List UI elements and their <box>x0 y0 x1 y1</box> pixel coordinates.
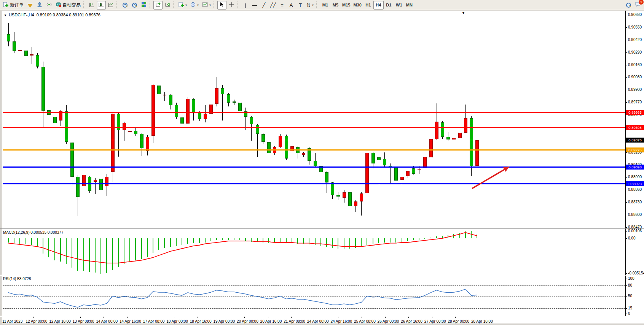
fibonacci-icon: ≡ <box>281 3 284 8</box>
profile-button[interactable] <box>35 1 44 10</box>
macd-histogram-bar <box>367 238 367 245</box>
horizontal-line-button[interactable]: — <box>250 1 259 10</box>
candlestick-chart-button[interactable] <box>97 1 106 10</box>
macd-histogram-bar <box>60 238 61 262</box>
candle-wick <box>164 92 165 101</box>
candle-body <box>123 123 126 130</box>
macd-axis-tick <box>625 238 627 239</box>
candlestick-chart-icon <box>99 2 104 8</box>
periods-button[interactable]: ▾ <box>189 1 200 10</box>
time-tick <box>104 317 104 318</box>
price-tick <box>625 27 627 28</box>
crosshair-button[interactable] <box>227 1 236 10</box>
macd-histogram-bar <box>274 238 275 243</box>
timeframe-h4-button[interactable]: H4 <box>373 1 384 10</box>
resistance-2-line[interactable] <box>3 127 625 128</box>
candle-body <box>65 111 68 142</box>
panel-divider-3[interactable] <box>0 316 644 317</box>
new-order-button[interactable]: 新订单 <box>2 1 25 10</box>
chevron-down-icon: ▾ <box>312 3 314 7</box>
line-chart-button[interactable] <box>106 1 115 10</box>
timeframe-m15-button[interactable]: M15 <box>341 1 352 10</box>
fibonacci-button[interactable]: ≡ <box>277 1 287 10</box>
timeframe-m1-button[interactable]: M1 <box>320 1 330 10</box>
styler-button[interactable] <box>26 1 35 10</box>
search-button[interactable] <box>624 1 633 10</box>
candle-body <box>290 146 294 151</box>
text-label-icon: T <box>299 3 302 8</box>
time-tick <box>338 317 338 318</box>
chevron-down-icon[interactable]: ▼ <box>4 14 7 17</box>
macd-histogram-bar <box>31 238 32 245</box>
mt4-window: 新订单 自动交易 + − <box>0 0 644 325</box>
support-2-line[interactable] <box>3 183 625 184</box>
vertical-line-button[interactable]: | <box>241 1 250 10</box>
macd-histogram-bar <box>326 238 327 247</box>
macd-histogram-bar <box>112 238 113 270</box>
zoom-out-button[interactable]: − <box>130 1 139 10</box>
tile-windows-button[interactable] <box>139 1 148 10</box>
cursor-icon <box>220 2 224 8</box>
candle-body <box>261 134 265 142</box>
trendline-button[interactable]: ╱ <box>259 1 268 10</box>
text-button[interactable]: A <box>287 1 296 10</box>
signal-button[interactable] <box>45 1 54 10</box>
time-tick-label: 13 Apr 08:00 <box>73 319 94 323</box>
chart-shift-button[interactable] <box>163 1 172 10</box>
candle-body <box>371 153 375 163</box>
candle-body <box>169 95 172 105</box>
resistance-1-line[interactable] <box>3 112 625 113</box>
chevron-down-icon: ▾ <box>185 3 187 7</box>
timeframe-d1-button[interactable]: D1 <box>384 1 394 10</box>
timeframe-h1-button[interactable]: H1 <box>363 1 373 10</box>
timeframe-w1-button[interactable]: W1 <box>394 1 404 10</box>
macd-histogram-bar <box>8 238 9 243</box>
macd-histogram-bar <box>448 235 448 238</box>
zoom-in-button[interactable]: + <box>120 1 129 10</box>
panel-divider-2[interactable] <box>0 275 644 276</box>
price-tick <box>625 52 627 53</box>
macd-histogram-bar <box>257 238 258 242</box>
candle-body <box>238 103 242 111</box>
current-price-line[interactable] <box>3 140 625 140</box>
rsi-axis-label: 50 <box>628 294 632 298</box>
equidistant-channel-button[interactable]: ╱╱ <box>268 1 277 10</box>
pivot-line[interactable] <box>3 149 625 151</box>
macd-histogram-bar <box>222 238 223 240</box>
time-tick-label: 17 Apr 08:00 <box>143 319 165 323</box>
macd-histogram-bar <box>37 238 38 247</box>
rsi-axis-tick <box>625 296 627 296</box>
candle-body <box>250 117 253 124</box>
symbol-label: USDCHF-,H4 <box>9 13 34 17</box>
cursor-button[interactable] <box>217 1 226 10</box>
rsi-axis-label: 0 <box>628 311 630 315</box>
timeframe-m5-button[interactable]: M5 <box>330 1 341 10</box>
rsi-level-15 <box>3 308 625 309</box>
templates-button[interactable]: ▾ <box>201 1 212 10</box>
macd-histogram-bar <box>251 238 252 242</box>
macd-histogram-bar <box>14 238 14 243</box>
text-label-button[interactable]: T <box>296 1 305 10</box>
timeframe-mn-button[interactable]: MN <box>404 1 414 10</box>
time-tick-label: 18 Apr 00:00 <box>166 319 188 323</box>
support-1-line[interactable] <box>3 166 625 168</box>
notifications-button[interactable]: 1 <box>633 1 642 10</box>
annotation-arrow-line[interactable] <box>472 168 507 189</box>
search-icon <box>626 3 631 7</box>
price-tick <box>625 77 627 78</box>
autotrading-button[interactable]: 自动交易 <box>54 1 82 10</box>
auto-scroll-button[interactable] <box>153 1 163 10</box>
indicators-button[interactable]: ▾ <box>177 1 188 10</box>
macd-histogram-bar <box>245 238 246 241</box>
arrows-button[interactable]: ⇅▾ <box>305 1 315 10</box>
panel-divider-1[interactable] <box>0 228 644 229</box>
bar-chart-button[interactable] <box>87 1 96 10</box>
toolbar-separator <box>214 1 216 9</box>
autotrading-icon <box>56 2 61 8</box>
timeframe-m30-button[interactable]: M30 <box>352 1 363 10</box>
macd-histogram-bar <box>332 238 333 248</box>
macd-histogram-bar <box>216 238 217 240</box>
price-tick-label: 0.88860 <box>628 187 642 192</box>
chart-window[interactable]: ▼USDCHF-,H4 0.89109 0.89384 0.89101 0.89… <box>0 11 644 323</box>
macd-histogram-bar <box>193 238 194 243</box>
